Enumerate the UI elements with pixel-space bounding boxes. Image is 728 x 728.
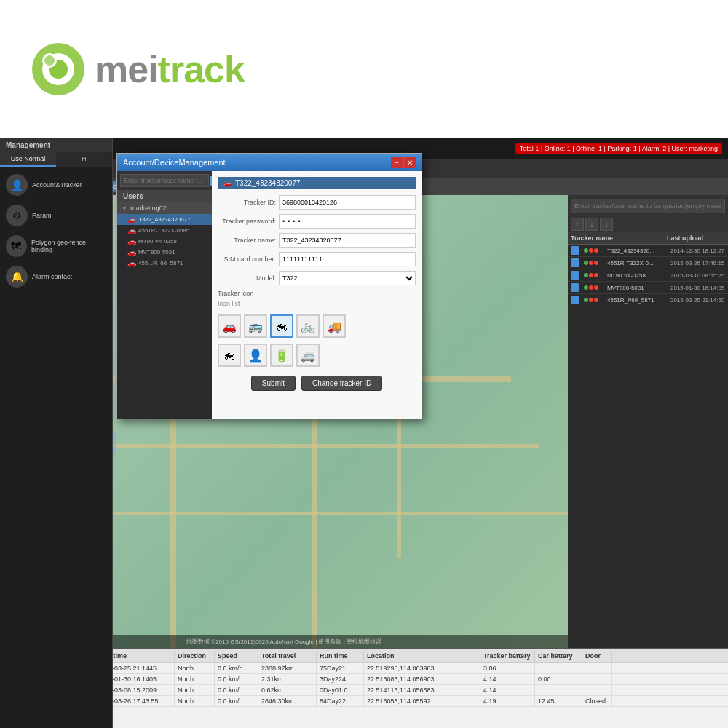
mgmt-item-alarm[interactable]: 🔔 Alarm contact (3, 261, 109, 292)
map-status-text: 地图数据 ©2015 GS(2011)6020 AutoNavi Google … (186, 638, 381, 646)
row2-door (582, 685, 612, 695)
mgmt-item-account[interactable]: 👤 Account&Tracker (3, 170, 109, 200)
tracker-item-0[interactable]: 🚗 T322_43234320077 (117, 214, 212, 225)
row0-run: 75Day21... (317, 663, 364, 673)
dot-red-0 (589, 248, 593, 253)
car-icon-3: 🚗 (127, 248, 136, 256)
right-panel-controls: ↑ ↓ ↓ (568, 216, 728, 232)
mgmt-item-param[interactable]: ⚙ Param (3, 200, 109, 231)
ctrl-arrow-up[interactable]: ↑ (571, 218, 584, 231)
icon-option-truck[interactable]: 🚚 (323, 314, 346, 338)
dialog-content: Template Users ▼ marketing02 🚗 T322_4323… (117, 171, 422, 419)
upload-time-0: 2014-12-30 18:12:27 (670, 248, 725, 254)
tracker-item-label-0: T322_43234320077 (138, 216, 191, 223)
tracker-name-input[interactable] (279, 233, 416, 248)
tracker-icon-0 (571, 246, 579, 255)
ctrl-arrow-down[interactable]: ↓ (585, 218, 598, 231)
mgmt-item-geofence[interactable]: 🗺 Polygon geo-fence binding (3, 231, 109, 261)
dialog-minimize[interactable]: − (391, 157, 403, 168)
row2-loc: 22.514113,114.056383 (364, 685, 480, 695)
row1-run: 3Day224... (317, 674, 364, 684)
col-h-speed: Speed (215, 651, 258, 661)
mgmt-item-param-label: Param (32, 212, 52, 219)
col-last-upload: Last upload (667, 234, 725, 242)
form-row-model: Model: T322 (218, 271, 416, 285)
icon-option-other[interactable]: 🚐 (296, 344, 320, 367)
tracker-item-4[interactable]: 🚗 455...R_66_5871 (117, 258, 212, 269)
row0-dir: North (175, 663, 215, 673)
tracker-item-label-1: 4551R-T322X-0585 (138, 227, 189, 234)
model-select[interactable]: T322 (279, 271, 416, 285)
form-row-sim: SIM card number: (218, 252, 416, 266)
dialog-close[interactable]: ✕ (404, 157, 416, 168)
upload-time-1: 2015-03-26 17:46:15 (670, 260, 725, 266)
mgmt-tabs: Use Normal H (0, 152, 112, 167)
tracker-id-input[interactable] (279, 195, 416, 210)
dot-red2-4 (594, 298, 598, 302)
dialog-right-panel: 🚗 T322_43234320077 Tracker ID: Tracker p… (212, 171, 422, 419)
tracker-row[interactable]: T322_43234320... 2014-12-30 18:12:27 (568, 245, 728, 257)
upload-time-4: 2015-03-25 21:14:50 (670, 297, 725, 304)
sim-input[interactable] (279, 252, 416, 266)
row3-car: 12.45 (535, 696, 582, 706)
row3-total: 2846.30km (258, 696, 317, 706)
row0-loc: 22.519298,114.063983 (364, 663, 480, 673)
row0-speed: 0.0 km/h (215, 663, 258, 673)
right-panel-search (568, 195, 728, 216)
row3-run: 84Day22... (317, 696, 364, 706)
icon-option-car[interactable]: 🚗 (218, 314, 241, 338)
form-row-tracker-id: Tracker ID: (218, 195, 416, 210)
upload-time-2: 2015-03-10 08:55:25 (670, 272, 725, 279)
tracker-row[interactable]: 4551R_P66_5871 2015-03-25 21:14:50 (568, 294, 728, 306)
right-panel-rows: T322_43234320... 2014-12-30 18:12:27 455… (568, 245, 728, 648)
col-h-run-time: Run time (317, 651, 364, 661)
dialog-left-panel: Template Users ▼ marketing02 🚗 T322_4323… (117, 171, 212, 419)
icon-option-bus[interactable]: 🚌 (244, 314, 267, 338)
top-bar-right: Total 1 | Online: 1 | Offline: 1 | Parki… (515, 143, 722, 154)
icon-option-person[interactable]: 👤 (244, 344, 267, 367)
ctrl-arrow-down2[interactable]: ↓ (600, 218, 613, 231)
alarm-icon: 🔔 (6, 266, 28, 288)
mgmt-tab-h[interactable]: H (56, 152, 112, 167)
status-dots-2 (584, 273, 606, 277)
tracker-row[interactable]: MVT800-5031 2015-01-30 16:14:05 (568, 282, 728, 294)
form-row-password: Tracker password: (218, 214, 416, 229)
row2-run: 0Day01.0... (317, 685, 364, 695)
tracker-item-1[interactable]: 🚗 4551R-T322X-0585 (117, 225, 212, 236)
tracker-password-label: Tracker password: (218, 218, 276, 225)
icon-option-moto[interactable]: 🏍 (218, 344, 241, 367)
logo-icon (29, 40, 87, 98)
row3-bat: 4.19 (480, 696, 535, 706)
form-row-icon: Tracker icon Icon list 🚗 🚌 🏍 🚲 🚚 🏍 👤 (218, 290, 416, 367)
icon-list-label: Icon list (218, 300, 240, 307)
users-header: Users (117, 190, 212, 202)
car-icon-0: 🚗 (127, 215, 136, 223)
right-panel: ↑ ↓ ↓ Tracker name Last upload T322_4323 (568, 195, 728, 648)
col-tracker-name: Tracker name (571, 234, 667, 242)
submit-button[interactable]: Submit (251, 376, 296, 391)
model-label: Model: (218, 274, 276, 282)
tracker-name-0: T322_43234320... (607, 248, 669, 254)
icon-option-bike[interactable]: 🚲 (296, 314, 320, 338)
tracker-item-3[interactable]: 🚗 MVT800-5031 (117, 247, 212, 258)
row2-car (535, 685, 582, 695)
dialog-search-input[interactable] (120, 174, 209, 187)
row1-door (582, 674, 612, 684)
user-item-marketing02[interactable]: ▼ marketing02 (117, 202, 212, 214)
tracker-name-2: MT90 V4-0258 (607, 272, 669, 279)
tracker-row[interactable]: MT90 V4-0258 2015-03-10 08:55:25 (568, 269, 728, 282)
tracker-password-input[interactable] (279, 214, 416, 229)
right-search-input[interactable] (571, 199, 725, 213)
icon-option-selected[interactable]: 🏍 (270, 314, 293, 338)
mgmt-tab-use-normal[interactable]: Use Normal (0, 152, 56, 167)
row1-total: 2.31km (258, 674, 317, 684)
tracker-icon-3 (571, 283, 579, 292)
form-row-tracker-name: Tracker name: (218, 233, 416, 248)
icon-option-battery[interactable]: 🔋 (270, 344, 293, 367)
dot-red2-2 (594, 273, 598, 277)
change-tracker-id-button[interactable]: Change tracker ID (301, 376, 382, 391)
row1-car: 0.00 (535, 674, 582, 684)
tracker-item-2[interactable]: 🚗 MT90 V4-0258 (117, 236, 212, 247)
tracker-row[interactable]: 4551R-T322X-0... 2015-03-26 17:46:15 (568, 257, 728, 269)
dialog-title: Account/DeviceManagement (123, 158, 226, 167)
